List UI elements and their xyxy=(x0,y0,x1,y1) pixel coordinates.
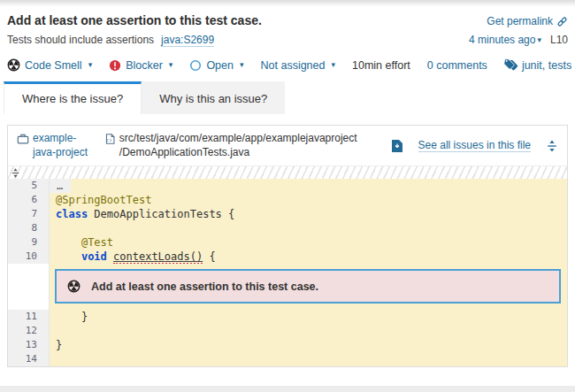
effort-label: 10min effort xyxy=(352,59,410,72)
expand-vertical-icon xyxy=(546,139,558,153)
file-icon xyxy=(104,133,116,145)
pin-file-icon xyxy=(391,139,403,153)
issue-detail-page: Add at least one assertion to this test … xyxy=(0,0,575,392)
rule-key-link[interactable]: java:S2699 xyxy=(161,34,214,47)
line-number[interactable]: 5 xyxy=(8,179,50,193)
tab-where-is-the-issue[interactable]: Where is the issue? xyxy=(4,81,142,114)
tags-icon xyxy=(504,58,518,72)
blocker-severity-icon xyxy=(109,59,121,72)
file-path: src/test/java/com/example/app/examplejav… xyxy=(119,132,357,159)
code-text: } xyxy=(50,310,567,324)
code-line: 5… xyxy=(8,179,567,193)
caret-down-icon: ▾ xyxy=(331,60,335,69)
project-icon xyxy=(17,133,29,145)
tab-why-is-this-an-issue[interactable]: Why is this an issue? xyxy=(142,81,285,114)
code-text: … xyxy=(50,179,567,193)
open-status-icon xyxy=(189,59,202,72)
code-line: 12 xyxy=(8,324,567,338)
issue-row-gutter xyxy=(8,264,50,310)
code-smell-icon xyxy=(67,280,80,293)
line-number[interactable]: 12 xyxy=(8,324,50,338)
code-line: 11 } xyxy=(8,310,567,324)
code-line: 6@SpringBootTest xyxy=(8,193,567,207)
code-line: 13} xyxy=(8,338,567,352)
code-text xyxy=(50,221,567,235)
code-line: 8 xyxy=(8,221,567,235)
type-dropdown[interactable]: Code Smell▾ xyxy=(7,58,92,72)
line-number[interactable]: 7 xyxy=(8,207,50,221)
line-number[interactable]: 9 xyxy=(8,235,50,250)
expand-vertical-icon xyxy=(11,167,20,179)
issue-tabs: Where is the issue? Why is this an issue… xyxy=(0,81,575,114)
file-header: example-java-project src/test/java/com/e… xyxy=(8,126,567,165)
expand-file-button[interactable] xyxy=(546,139,558,153)
code-smell-icon xyxy=(7,58,20,72)
top-divider xyxy=(0,0,575,6)
code-text: @Test xyxy=(50,235,567,250)
code-line: 14 xyxy=(8,352,567,366)
caret-down-icon: ▾ xyxy=(88,60,93,69)
code-smell-icon-slot xyxy=(67,280,80,293)
code-text: } xyxy=(50,338,567,352)
line-number[interactable]: 10 xyxy=(8,250,50,264)
code-lines: 5…6@SpringBootTest7class DemoApplication… xyxy=(8,179,567,366)
assignee-dropdown[interactable]: Not assigned▾ xyxy=(261,59,336,72)
code-text: class DemoApplicationTests { xyxy=(50,207,567,221)
caret-down-icon: ▾ xyxy=(169,60,173,69)
line-number[interactable]: 11 xyxy=(8,310,50,324)
issue-message: Add at least one assertion to this test … xyxy=(91,281,318,293)
issue-message-box[interactable]: Add at least one assertion to this test … xyxy=(55,269,561,304)
pin-file-button[interactable] xyxy=(391,139,403,153)
issue-header: Add at least one assertion to this test … xyxy=(0,6,575,72)
code-line: 7class DemoApplicationTests { xyxy=(8,207,567,221)
tags-dropdown[interactable]: junit, tests▾ xyxy=(504,58,575,72)
changelog-dropdown[interactable]: 4 minutes ago▾ xyxy=(469,34,541,46)
code-text xyxy=(50,352,567,366)
line-number[interactable]: 8 xyxy=(8,221,50,235)
bottom-divider xyxy=(0,386,575,392)
status-dropdown[interactable]: Open▾ xyxy=(189,59,243,72)
rule-description: Tests should include assertions xyxy=(7,34,154,46)
issue-title: Add at least one assertion to this test … xyxy=(7,13,262,27)
project-link[interactable]: example-java-project xyxy=(33,132,94,159)
caret-down-icon: ▾ xyxy=(240,60,244,69)
code-viewer-card: example-java-project src/test/java/com/e… xyxy=(7,125,568,367)
issue-row: Add at least one assertion to this test … xyxy=(8,264,567,310)
permalink-icon xyxy=(556,16,568,27)
line-number[interactable]: 13 xyxy=(8,338,50,352)
see-all-issues-link[interactable]: See all issues in this file xyxy=(418,139,531,152)
expand-lines-above-strip[interactable] xyxy=(8,165,567,179)
line-number[interactable]: 6 xyxy=(8,193,50,207)
code-text: void contextLoads() { xyxy=(50,250,567,264)
expand-ellipsis[interactable]: … xyxy=(50,179,71,193)
code-text xyxy=(50,324,567,338)
line-number[interactable]: 14 xyxy=(8,352,50,366)
code-smell-icon-slot xyxy=(7,58,20,72)
issue-line-ref: L10 xyxy=(550,34,568,46)
get-permalink-link[interactable]: Get permalink xyxy=(487,15,568,27)
code-text: @SpringBootTest xyxy=(50,193,567,207)
caret-down-icon: ▾ xyxy=(537,35,541,44)
code-line: 10 void contextLoads() { xyxy=(8,250,567,264)
severity-dropdown[interactable]: Blocker▾ xyxy=(109,59,172,72)
code-line: 9 @Test xyxy=(8,235,567,250)
comments-link[interactable]: 0 comments xyxy=(427,59,487,72)
issue-attributes-bar: Code Smell▾ Blocker▾ Ope xyxy=(7,58,568,72)
permalink-label: Get permalink xyxy=(487,15,553,27)
